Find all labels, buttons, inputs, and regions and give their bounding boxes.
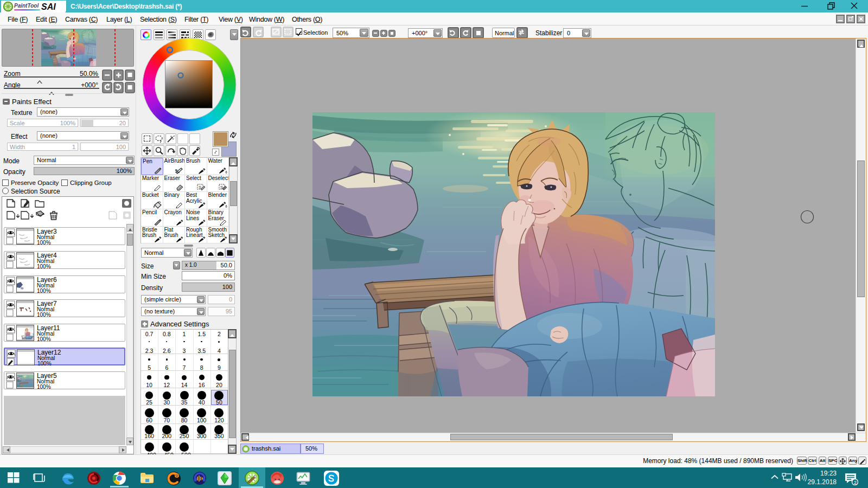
svg-text:2: 2 — [854, 480, 857, 485]
svg-text:a: a — [175, 168, 177, 172]
svg-text:SAI: SAI — [41, 2, 56, 11]
svg-text:PaintTool: PaintTool — [14, 3, 39, 9]
